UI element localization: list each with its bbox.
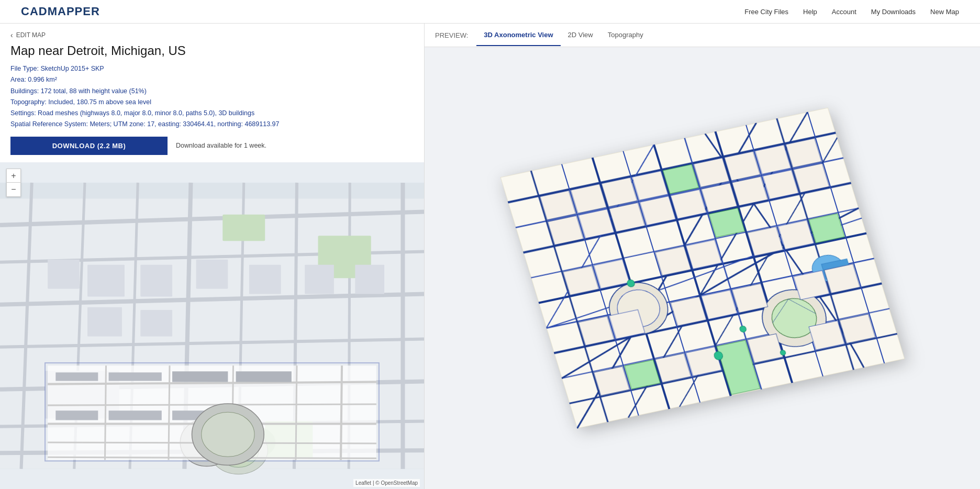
svg-point-55 xyxy=(202,412,254,457)
back-arrow-icon: ‹ xyxy=(10,31,13,39)
tab-topography[interactable]: Topography xyxy=(600,25,651,46)
svg-line-42 xyxy=(105,365,106,460)
preview-area xyxy=(425,47,980,489)
svg-rect-31 xyxy=(355,264,384,294)
nav-help[interactable]: Help xyxy=(803,8,817,16)
buildings-info: Buildings: 172 total, 88 with height val… xyxy=(10,86,414,97)
nav-free-city-files[interactable]: Free City Files xyxy=(744,8,788,16)
logo-cad: CAD xyxy=(21,5,48,18)
svg-rect-25 xyxy=(140,264,172,296)
svg-rect-27 xyxy=(140,309,172,336)
header: CADMAPPER Free City Files Help Account M… xyxy=(0,0,980,24)
edit-map-label: EDIT MAP xyxy=(16,31,46,39)
left-panel: ‹ EDIT MAP Map near Detroit, Michigan, U… xyxy=(0,24,424,489)
nav-my-downloads[interactable]: My Downloads xyxy=(871,8,916,16)
svg-rect-51 xyxy=(55,410,98,420)
main-container: ‹ EDIT MAP Map near Detroit, Michigan, U… xyxy=(0,24,980,489)
axonometric-svg xyxy=(500,107,905,428)
svg-rect-48 xyxy=(109,372,162,381)
zoom-out-button[interactable]: − xyxy=(7,183,20,196)
svg-rect-24 xyxy=(87,264,125,296)
logo: CADMAPPER xyxy=(21,5,100,18)
area-info: Area: 0.996 km² xyxy=(10,74,414,85)
edit-map-bar[interactable]: ‹ EDIT MAP xyxy=(0,24,424,42)
map-attribution: Leaflet | © OpenStreetMap xyxy=(353,479,420,487)
right-panel: PREVIEW: 3D Axonometric View 2D View Top… xyxy=(424,24,980,489)
svg-rect-26 xyxy=(87,307,122,336)
tab-3d-axonometric[interactable]: 3D Axonometric View xyxy=(476,25,560,46)
main-nav: Free City Files Help Account My Download… xyxy=(744,8,959,16)
nav-new-map[interactable]: New Map xyxy=(930,8,959,16)
svg-rect-30 xyxy=(305,264,334,294)
svg-line-46 xyxy=(341,365,342,460)
axonometric-map-container xyxy=(525,116,881,420)
svg-rect-29 xyxy=(249,264,281,294)
zoom-controls: + − xyxy=(6,169,21,197)
map-canvas: + − Leaflet | © OpenStreetMap xyxy=(0,162,424,490)
svg-rect-52 xyxy=(109,410,162,420)
svg-rect-28 xyxy=(196,259,228,288)
svg-rect-18 xyxy=(222,214,265,241)
map-title: Map near Detroit, Michigan, US xyxy=(0,42,424,63)
download-note: Download available for 1 week. xyxy=(176,142,266,149)
svg-rect-49 xyxy=(172,371,228,382)
svg-line-38 xyxy=(48,404,376,405)
map-area[interactable]: + − Leaflet | © OpenStreetMap xyxy=(0,162,424,490)
svg-rect-23 xyxy=(48,259,80,288)
svg-rect-50 xyxy=(236,371,292,382)
logo-mapper: MAPPER xyxy=(48,5,100,18)
tab-2d-view[interactable]: 2D View xyxy=(561,25,600,46)
file-type-info: File Type: SketchUp 2015+ SKP xyxy=(10,63,414,74)
svg-line-43 xyxy=(169,365,170,460)
svg-line-45 xyxy=(296,365,297,460)
preview-tabs-bar: PREVIEW: 3D Axonometric View 2D View Top… xyxy=(425,24,980,47)
zoom-in-button[interactable]: + xyxy=(7,169,20,183)
settings-info: Settings: Road meshes (highways 8.0, maj… xyxy=(10,108,414,119)
download-button[interactable]: DOWNLOAD (2.2 MB) xyxy=(10,137,168,155)
preview-label: PREVIEW: xyxy=(435,31,468,39)
download-bar: DOWNLOAD (2.2 MB) Download available for… xyxy=(0,137,424,162)
map-info: File Type: SketchUp 2015+ SKP Area: 0.99… xyxy=(0,63,424,137)
nav-account[interactable]: Account xyxy=(832,8,856,16)
map-svg xyxy=(0,162,424,490)
svg-rect-47 xyxy=(55,372,98,381)
srs-info: Spatial Reference System: Meters; UTM zo… xyxy=(10,119,414,130)
topography-info: Topography: Included, 180.75 m above sea… xyxy=(10,97,414,108)
